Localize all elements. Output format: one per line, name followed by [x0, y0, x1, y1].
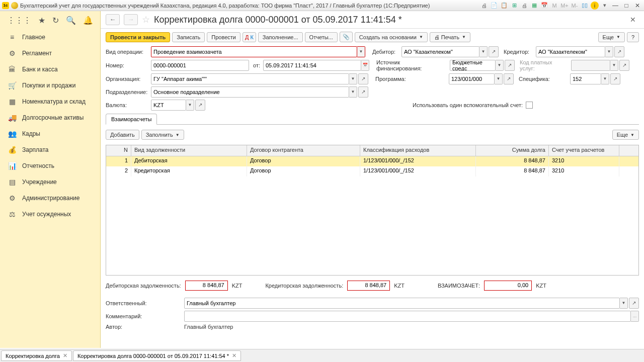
comment-more[interactable]: …	[631, 311, 639, 322]
close-tab-icon[interactable]: ✕	[63, 352, 67, 359]
tab-settlements[interactable]: Взаиморасчеты	[106, 114, 157, 125]
write-button[interactable]: Записать	[172, 32, 205, 42]
help-button[interactable]: ?	[627, 32, 639, 42]
panel-icon[interactable]: ▯▯	[581, 2, 589, 10]
maximize-button[interactable]: □	[622, 2, 631, 9]
memory-mminus-icon[interactable]: M-	[571, 2, 579, 10]
date-field[interactable]: 05.09.2017 11:41:54	[263, 60, 361, 71]
col-n[interactable]: N	[106, 145, 131, 156]
fin-source-dropdown[interactable]: ▼	[496, 60, 504, 71]
comment-field[interactable]	[184, 311, 631, 322]
use-one-account-checkbox[interactable]	[526, 102, 533, 109]
spec-open[interactable]: ↗	[610, 73, 620, 84]
creditor-dropdown[interactable]: ▼	[605, 46, 613, 57]
sidebar-item[interactable]: 🛒Покупки и продажи	[0, 77, 100, 94]
window-tab[interactable]: Корректировка долга✕	[1, 350, 72, 361]
col-sum[interactable]: Сумма долга	[476, 145, 549, 156]
subdiv-field[interactable]: Основное подразделение	[151, 86, 349, 98]
more-button[interactable]: Еще▼	[598, 32, 625, 42]
sidebar-item[interactable]: ⚙Регламент	[0, 45, 100, 61]
responsible-open[interactable]: ↗	[629, 298, 639, 309]
currency-field[interactable]: KZT	[151, 100, 186, 111]
sidebar-item[interactable]: 💰Зарплата	[0, 142, 100, 158]
dropdown-icon[interactable]: ▾	[601, 2, 609, 10]
debtor-field[interactable]: АО "Казактелеком"	[401, 46, 479, 57]
creditor-field[interactable]: АО "Казактелеком"	[536, 46, 605, 57]
favorite-toggle-icon[interactable]: ☆	[142, 14, 150, 25]
col-account[interactable]: Счет учета расчетов	[549, 145, 619, 156]
sidebar-item[interactable]: 🚚Долгосрочные активы	[0, 110, 100, 126]
close-document-button[interactable]: ✕	[627, 16, 639, 24]
search-icon[interactable]: 🔍	[66, 16, 76, 25]
fin-source-open[interactable]: ↗	[505, 60, 515, 71]
minimize-button[interactable]: —	[611, 2, 620, 9]
paid-services-open[interactable]: ↗	[619, 60, 629, 71]
apps-icon[interactable]: ⋮⋮⋮	[7, 16, 31, 25]
subdiv-open[interactable]: ↗	[358, 86, 368, 98]
sidebar-item[interactable]: ⚙Администрирование	[0, 190, 100, 206]
tool-icon[interactable]: 📋	[500, 2, 508, 10]
table-row[interactable]: 2КредиторскаяДоговор1/123/001/000/_/1528…	[106, 166, 638, 176]
dk-button[interactable]: ДК	[243, 32, 256, 42]
org-open[interactable]: ↗	[358, 73, 368, 84]
date-picker-icon[interactable]: 📅	[361, 60, 369, 71]
currency-dropdown[interactable]: ▼	[186, 100, 194, 111]
history-icon[interactable]: ↻	[52, 16, 59, 25]
responsible-dropdown[interactable]: ▼	[620, 298, 628, 309]
creditor-open[interactable]: ↗	[614, 46, 624, 57]
calc-icon[interactable]: ▦	[530, 2, 538, 10]
subdiv-dropdown[interactable]: ▼	[349, 86, 357, 98]
responsible-field[interactable]: Главный бухгалтер	[184, 298, 620, 309]
sidebar-item[interactable]: 👥Кадры	[0, 126, 100, 142]
spec-field[interactable]: 152	[570, 73, 601, 84]
sidebar-item[interactable]: ≡Главное	[0, 29, 100, 45]
calendar-icon[interactable]: 📅	[540, 2, 548, 10]
program-field[interactable]: 123/001/000	[449, 73, 495, 84]
attach-button[interactable]: 📎	[340, 32, 353, 42]
add-row-button[interactable]: Добавить	[106, 130, 139, 140]
back-button[interactable]: ←	[106, 14, 120, 25]
debtor-open[interactable]: ↗	[489, 46, 499, 57]
debtor-dropdown[interactable]: ▼	[479, 46, 488, 57]
tool-icon[interactable]: 🖨	[520, 2, 528, 10]
help-icon[interactable]: i	[591, 2, 599, 10]
print-button[interactable]: 🖨 Печать▼	[430, 32, 470, 42]
number-field[interactable]: 0000-000001	[151, 60, 249, 71]
sidebar-item[interactable]: ▦Номенклатура и склад	[0, 94, 100, 110]
table-row[interactable]: 1ДебиторскаяДоговор1/123/001/000/_/1528 …	[106, 156, 638, 166]
app-orb-icon[interactable]	[11, 2, 18, 9]
post-and-close-button[interactable]: Провести и закрыть	[106, 32, 170, 42]
memory-mplus-icon[interactable]: M+	[560, 2, 569, 10]
spec-dropdown[interactable]: ▼	[601, 73, 609, 84]
col-type[interactable]: Вид задолженности	[131, 145, 247, 156]
forward-button[interactable]: →	[124, 14, 138, 25]
reports-button[interactable]: Отчеты...	[305, 32, 338, 42]
col-contract[interactable]: Договор контрагента	[247, 145, 360, 156]
op-type-dropdown[interactable]: ▼	[357, 46, 365, 57]
create-based-on-button[interactable]: Создать на основании▼	[355, 32, 428, 42]
tool-icon[interactable]: ⊞	[510, 2, 518, 10]
program-open[interactable]: ↗	[504, 73, 514, 84]
tool-icon[interactable]: 🖨	[480, 2, 488, 10]
table-more-button[interactable]: Еще▼	[612, 130, 639, 140]
settlements-grid[interactable]: N Вид задолженности Договор контрагента …	[106, 145, 639, 276]
post-button[interactable]: Провести	[207, 32, 240, 42]
op-type-field[interactable]: Проведение взаимозачета	[151, 46, 357, 57]
tool-icon[interactable]: 📄	[490, 2, 498, 10]
sidebar-item[interactable]: ▤Учреждение	[0, 174, 100, 190]
close-button[interactable]: ✕	[633, 2, 642, 9]
fin-source-field[interactable]: Бюджетные средс	[450, 60, 496, 71]
window-tab[interactable]: Корректировка долга 0000-000001 от 05.09…	[73, 350, 241, 361]
notifications-icon[interactable]: 🔔	[83, 16, 93, 25]
sidebar-item[interactable]: 🏛Банк и касса	[0, 61, 100, 77]
paid-services-dropdown[interactable]: ▼	[610, 60, 618, 71]
org-field[interactable]: ГУ "Аппарат акима""'	[151, 73, 349, 84]
org-dropdown[interactable]: ▼	[349, 73, 357, 84]
col-class[interactable]: Классификация расходов	[360, 145, 476, 156]
currency-open[interactable]: ↗	[195, 100, 205, 111]
sidebar-item[interactable]: 📊Отчетность	[0, 158, 100, 174]
favorite-icon[interactable]: ★	[38, 16, 45, 25]
fill-button[interactable]: Заполнение...	[258, 32, 303, 42]
close-tab-icon[interactable]: ✕	[232, 352, 236, 359]
sidebar-item[interactable]: ⚖Учет осужденных	[0, 206, 100, 222]
